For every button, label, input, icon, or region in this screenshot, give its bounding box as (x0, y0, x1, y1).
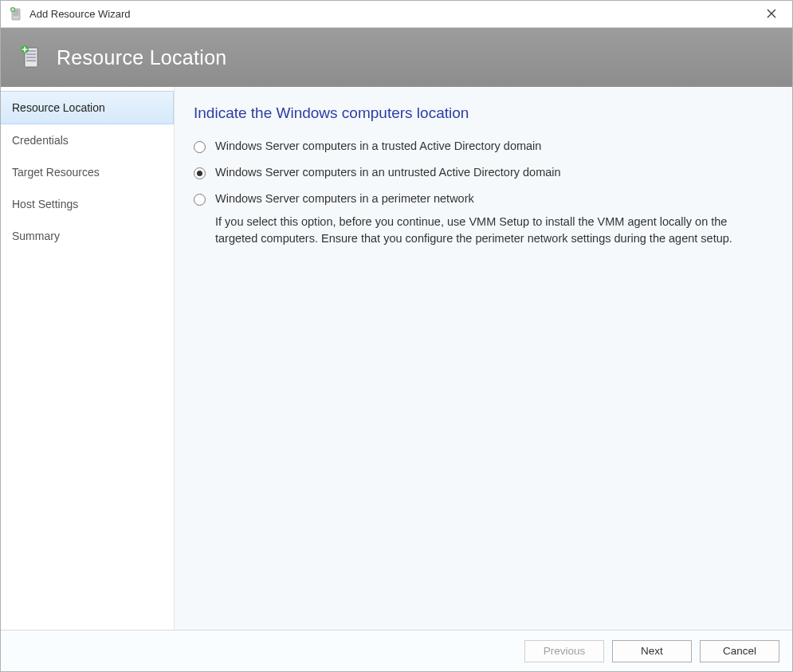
radio-option-perimeter-network[interactable]: Windows Server computers in a perimeter … (194, 192, 770, 206)
svg-rect-7 (26, 53, 36, 55)
previous-button: Previous (524, 640, 604, 662)
close-icon (767, 7, 776, 21)
perimeter-hint-text: If you select this option, before you co… (215, 214, 770, 247)
close-button[interactable] (757, 3, 786, 26)
sidebar-step-host-settings[interactable]: Host Settings (1, 188, 174, 220)
svg-rect-3 (14, 14, 19, 15)
content-heading: Indicate the Windows computers location (194, 104, 770, 122)
sidebar-step-label: Credentials (12, 134, 69, 147)
radio-label: Windows Server computers in a perimeter … (215, 192, 474, 205)
titlebar: Add Resource Wizard (1, 1, 792, 28)
radio-icon (194, 141, 206, 153)
cancel-button[interactable]: Cancel (700, 640, 779, 662)
sidebar-step-resource-location[interactable]: Resource Location (1, 91, 174, 124)
window-title: Add Resource Wizard (29, 8, 757, 20)
svg-rect-8 (26, 57, 36, 58)
sidebar-step-label: Resource Location (12, 101, 105, 114)
wizard-sidebar: Resource Location Credentials Target Res… (1, 87, 175, 630)
sidebar-step-summary[interactable]: Summary (1, 220, 174, 252)
radio-option-untrusted-domain[interactable]: Windows Server computers in an untrusted… (194, 166, 770, 179)
sidebar-step-label: Target Resources (12, 166, 100, 179)
resource-server-icon (18, 45, 42, 69)
sidebar-step-label: Host Settings (12, 198, 78, 210)
banner-title: Resource Location (57, 46, 227, 69)
wizard-footer: Previous Next Cancel (1, 630, 792, 671)
svg-rect-9 (26, 60, 36, 61)
radio-icon (194, 194, 206, 206)
wizard-app-icon (9, 7, 23, 22)
radio-option-trusted-domain[interactable]: Windows Server computers in a trusted Ac… (194, 140, 770, 153)
header-banner: Resource Location (1, 28, 792, 87)
wizard-body: Resource Location Credentials Target Res… (1, 87, 792, 630)
wizard-content: Indicate the Windows computers location … (175, 87, 792, 630)
svg-rect-2 (14, 12, 19, 13)
sidebar-step-target-resources[interactable]: Target Resources (1, 156, 174, 188)
radio-icon (194, 167, 206, 179)
sidebar-step-label: Summary (12, 230, 60, 242)
radio-label: Windows Server computers in a trusted Ac… (215, 140, 541, 152)
radio-label: Windows Server computers in an untrusted… (215, 166, 561, 179)
next-button[interactable]: Next (612, 640, 692, 662)
sidebar-step-credentials[interactable]: Credentials (1, 124, 174, 156)
